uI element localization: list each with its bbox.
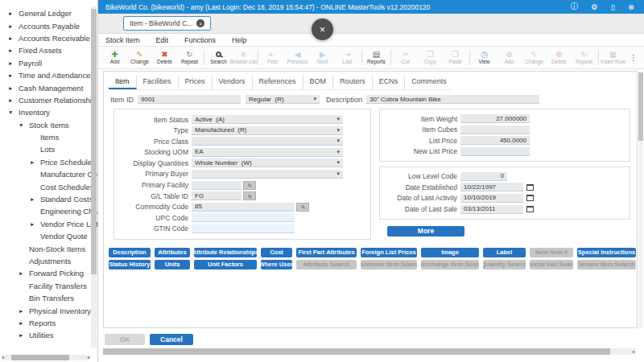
item-weight-field[interactable]: 27.000000 [460,114,530,123]
commodity-code-lookup-button[interactable] [296,203,309,212]
commodity-code-field[interactable]: 85 [192,203,295,212]
toolbar-row-delete-button[interactable]: ⊗Delete [547,50,572,65]
overlay-close-button[interactable]: × [312,19,333,40]
tab-comments[interactable]: Comments [405,76,453,89]
sidebar-horizontal-scrollbar[interactable]: ◂▸ [2,355,90,360]
sidebar-item-price-schedules[interactable]: ►Price Schedules [0,156,97,168]
action-quantity-search-button[interactable]: Quantity Search [483,260,526,269]
logout-icon[interactable]: ⊗ [628,2,634,11]
sidebar-item-utilities[interactable]: ►Utilities [0,329,97,341]
bookmark-icon[interactable]: ▯ [611,2,615,11]
sidebar-item-standard-costs[interactable]: ►Standard Costs [0,193,97,205]
action-unit-factors-button[interactable]: Unit Factors [194,260,257,269]
date-of-last-sale-calendar-button[interactable] [526,206,534,212]
sidebar-item-vendor-price-list[interactable]: ►Vendor Price List [0,218,97,230]
sidebar-item-manufacturer-contracts[interactable]: Manufacturer Contr [0,168,97,180]
sidebar-item-customer-relationship-management[interactable]: ►Customer Relationship Mana [0,94,97,106]
tab-references[interactable]: References [253,76,303,89]
sidebar-item-engineering-change[interactable]: Engineering Change [0,205,97,217]
sidebar-item-inventory[interactable]: ▼Inventory [0,106,97,118]
action-units-button[interactable]: Units [155,260,190,269]
toolbar-first-button[interactable]: ⇤First [260,50,285,65]
date-of-last-activity-calendar-button[interactable] [526,195,534,201]
scroll-left-icon[interactable]: ◂ [2,355,4,360]
action-where-used-button[interactable]: Where Used [261,260,292,269]
tab-ecns[interactable]: ECNs [373,76,406,89]
action-label-button[interactable]: Label [483,248,526,257]
sidebar-item-reports[interactable]: ►Reports [0,317,97,329]
item-cubes-field[interactable] [460,125,530,134]
upc-code-field[interactable] [192,213,295,222]
list-price-field[interactable]: 450.0000 [460,136,530,145]
action-attribute-search-button[interactable]: Attribute Search [296,260,357,269]
action-attribute-relationships-button[interactable]: Attribute Relationships [194,248,257,257]
toolbar-browse-list-button[interactable]: ≡Browse List [231,50,256,65]
toolbar-view-button[interactable]: ◷View [472,50,497,65]
toolbar-next-button[interactable]: ▶Next [310,50,335,65]
toolbar-cut-button[interactable]: ✂Cut [393,50,418,65]
new-list-price-field[interactable] [460,147,530,156]
tab-item[interactable]: Item [109,76,137,89]
cancel-button[interactable]: Cancel [150,334,193,345]
action-special-instructions-button[interactable]: Special Instructions [577,248,636,257]
sidebar-item-forward-picking[interactable]: ►Forward Picking [0,267,97,279]
scroll-right-icon[interactable]: ▸ [633,349,636,355]
action-vendor-item-search-button[interactable]: Vendor Item Search [577,260,636,269]
scrollbar-thumb[interactable] [11,355,69,360]
toolbar-search-button[interactable]: Search [206,50,231,65]
toolbar-row-repeat-button[interactable]: ↻Repeat [572,50,597,65]
tab-routers[interactable]: Routers [333,76,373,89]
sidebar-item-stock-items[interactable]: ▼Stock Items [0,119,97,131]
toolbar-paste-button[interactable]: ❒Paste [443,50,468,65]
scrollbar-thumb[interactable] [638,72,643,141]
sidebar-vertical-scrollbar[interactable] [91,6,97,348]
action-first-part-attributes-button[interactable]: First Part Attributes [296,248,357,257]
description-field[interactable]: 30" Cobra Mountain Bike [366,95,539,104]
sidebar-item-cash-management[interactable]: ►Cash Management [0,81,97,93]
sidebar-item-items[interactable]: Items [0,131,97,143]
action-attributes-button[interactable]: Attributes [155,248,190,257]
toolbar-previous-button[interactable]: ◀Previous [285,50,310,65]
sidebar-item-time-and-attendance[interactable]: ►Time and Attendance [0,69,97,81]
menu-stock-item[interactable]: Stock Item [105,36,140,44]
primary-facility-field[interactable] [192,181,242,190]
tab-prices[interactable]: Prices [179,76,213,89]
tab-vendors[interactable]: Vendors [213,76,253,89]
toolbar-last-button[interactable]: ⇥Last [335,50,360,65]
sidebar-item-fixed-assets[interactable]: ►Fixed Assets [0,44,97,56]
toolbar-repeat-button[interactable]: ↻Repeat [177,50,202,65]
settings-icon[interactable]: ⚙ [591,2,598,11]
sidebar-item-non-stock-items[interactable]: Non-Stock Items [0,242,97,254]
action-foreign-list-prices-button[interactable]: Foreign List Prices [361,248,417,257]
item-type-select[interactable]: Regular (R)▾ [246,95,320,104]
action-special-inst-search-button[interactable]: Special Inst Search [530,260,573,269]
sidebar-item-general-ledger[interactable]: ►General Ledger [0,7,97,19]
primary-facility-lookup-button[interactable] [243,181,256,190]
action-status-history-button[interactable]: Status History [109,260,151,269]
toolbar-row-change-button[interactable]: ✎Change [522,50,547,65]
gl-table-id-lookup-button[interactable] [243,191,256,200]
action-customer-item-search-button[interactable]: Customer Item Search [361,260,417,269]
display-quantities-select[interactable]: Whole Number (W)▾ [192,158,343,167]
type-select[interactable]: Manufactured (R)▾ [192,126,343,135]
sidebar-item-physical-inventory[interactable]: ►Physical Inventory [0,304,97,316]
toolbar-copy-button[interactable]: ❐Copy [418,50,443,65]
date-established-field[interactable]: 10/22/1997 [460,183,523,191]
ok-button[interactable]: OK [105,334,145,345]
panel-vertical-scrollbar[interactable] [638,72,643,328]
primary-buyer-select[interactable]: ▾ [192,170,343,179]
scrollbar-thumb[interactable] [91,9,97,274]
gtin-code-field[interactable] [192,224,295,233]
sidebar-item-accounts-payable[interactable]: ►Accounts Payable [0,19,97,31]
toolbar-add-button[interactable]: ✚Add [102,50,127,65]
sidebar-item-payroll[interactable]: ►Payroll [0,57,97,69]
tab-bom[interactable]: BOM [303,76,334,89]
action-interchange-item-search-button[interactable]: Interchange Item Search [421,260,479,269]
toolbar-reports-button[interactable]: ▤Reports [364,50,389,65]
action-cost-button[interactable]: Cost [261,248,292,257]
window-tab-item[interactable]: Item - BikeWorld C... × [123,16,211,31]
price-class-select[interactable]: ▾ [192,137,343,146]
scrollbar-thumb[interactable] [103,348,610,355]
sidebar-item-cost-schedules[interactable]: Cost Schedules [0,180,97,192]
date-of-last-sale-field[interactable]: 03/13/2011 [460,205,523,214]
